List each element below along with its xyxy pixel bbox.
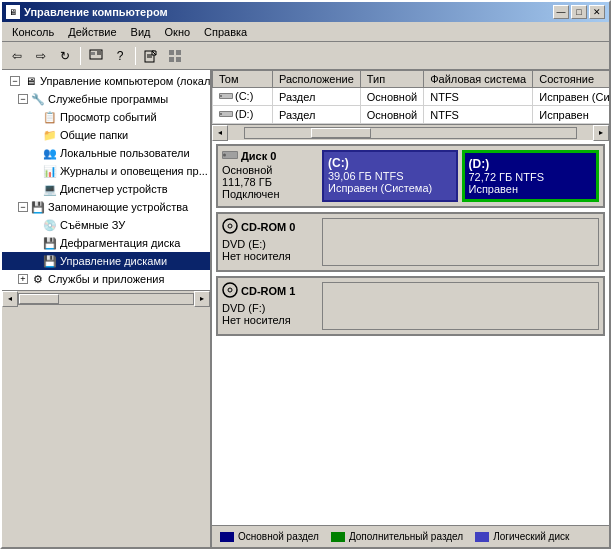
window-title: Управление компьютером	[24, 6, 168, 18]
svg-rect-13	[176, 57, 181, 62]
tree-item-storage[interactable]: − 💾 Запоминающие устройства	[2, 198, 210, 216]
tree-item-root[interactable]: − 🖥 Управление компьютером (локал...	[2, 72, 210, 90]
tree-item-disk-mgmt[interactable]: 💾 Управление дисками	[2, 252, 210, 270]
main-content: − 🖥 Управление компьютером (локал... − 🔧…	[2, 70, 609, 547]
hscroll-right[interactable]: ▸	[593, 125, 609, 141]
svg-rect-10	[169, 50, 174, 55]
cdrom1-type: DVD (F:)	[222, 302, 314, 314]
menu-help[interactable]: Справка	[198, 25, 253, 39]
col-status[interactable]: Состояние	[533, 71, 609, 88]
col-location[interactable]: Расположение	[273, 71, 361, 88]
disk-view: Диск 0 Основной 111,78 ГБ Подключен (C:)…	[212, 140, 609, 525]
toolbar-separator-1	[80, 47, 81, 65]
computer-icon: 🖥	[22, 73, 38, 89]
tree-panel: − 🖥 Управление компьютером (локал... − 🔧…	[2, 70, 212, 290]
svg-point-25	[223, 283, 237, 297]
svg-point-16	[220, 95, 222, 97]
cdrom1-title: CD-ROM 1	[241, 285, 295, 297]
maximize-button[interactable]: □	[571, 5, 587, 19]
menu-view[interactable]: Вид	[125, 25, 157, 39]
svg-point-22	[223, 154, 226, 157]
tree-panel-wrapper: − 🖥 Управление компьютером (локал... − 🔧…	[2, 70, 212, 547]
tree-item-local-users[interactable]: 👥 Локальные пользователи	[2, 144, 210, 162]
cell-fs: NTFS	[424, 88, 533, 106]
expand-storage[interactable]: −	[18, 202, 28, 212]
defrag-icon: 💾	[42, 235, 58, 251]
col-fs[interactable]: Файловая система	[424, 71, 533, 88]
tools-icon: 🔧	[30, 91, 46, 107]
col-type[interactable]: Тип	[360, 71, 423, 88]
help-button[interactable]: ?	[109, 45, 131, 67]
hscroll-left[interactable]: ◂	[212, 125, 228, 141]
left-hscroll: ◂ ▸	[2, 290, 210, 306]
hscroll-thumb[interactable]	[311, 128, 371, 138]
expand-services[interactable]: +	[18, 274, 28, 284]
menu-action[interactable]: Действие	[62, 25, 122, 39]
disk0-size: 111,78 ГБ	[222, 176, 314, 188]
view-button[interactable]	[164, 45, 186, 67]
disk-label-cdrom1: CD-ROM 1 DVD (F:) Нет носителя	[218, 278, 318, 334]
refresh-button[interactable]: ↻	[54, 45, 76, 67]
left-scroll-track[interactable]	[18, 293, 194, 305]
toolbar-separator-2	[135, 47, 136, 65]
svg-rect-4	[89, 60, 103, 62]
cell-type: Основной	[360, 88, 423, 106]
back-button[interactable]: ⇦	[6, 45, 28, 67]
disk-label-disk0: Диск 0 Основной 111,78 ГБ Подключен	[218, 146, 318, 206]
tree-item-defrag[interactable]: 💾 Дефрагментация диска	[2, 234, 210, 252]
partition-status-disk0-1: Исправен	[469, 183, 593, 195]
expand-root[interactable]: −	[10, 76, 20, 86]
partition-disk0-1[interactable]: (D:) 72,72 ГБ NTFS Исправен	[462, 150, 600, 202]
disk-entry-disk0: Диск 0 Основной 111,78 ГБ Подключен (C:)…	[216, 144, 605, 208]
folder-icon: 📁	[42, 127, 58, 143]
services-icon: ⚙	[30, 271, 46, 287]
storage-icon: 💾	[30, 199, 46, 215]
expand-system-tools[interactable]: −	[18, 94, 28, 104]
cdrom0-icon	[222, 218, 238, 236]
minimize-button[interactable]: —	[553, 5, 569, 19]
col-volume[interactable]: Том	[213, 71, 273, 88]
tree-item-services[interactable]: + ⚙ Службы и приложения	[2, 270, 210, 288]
tree-item-shared-folders[interactable]: 📁 Общие папки	[2, 126, 210, 144]
table-row[interactable]: (C:) Раздел Основной NTFS Исправен (Сист…	[213, 88, 610, 106]
partition-disk0-0[interactable]: (C:) 39,06 ГБ NTFS Исправен (Система)	[322, 150, 458, 202]
svg-point-23	[223, 219, 237, 233]
cdrom0-title: CD-ROM 0	[241, 221, 295, 233]
device-icon: 💻	[42, 181, 58, 197]
legend-extended: Дополнительный раздел	[331, 531, 463, 542]
disk-label-cdrom0: CD-ROM 0 DVD (E:) Нет носителя	[218, 214, 318, 270]
cell-status: Исправен	[533, 106, 609, 124]
tree-item-system-tools[interactable]: − 🔧 Служебные программы	[2, 90, 210, 108]
legend-logical: Логический диск	[475, 531, 569, 542]
disk-mgmt-icon: 💾	[42, 253, 58, 269]
cell-volume: (C:)	[213, 88, 273, 106]
forward-button[interactable]: ⇨	[30, 45, 52, 67]
table-row[interactable]: (D:) Раздел Основной NTFS Исправен	[213, 106, 610, 124]
tree-item-logs[interactable]: 📊 Журналы и оповещения пр...	[2, 162, 210, 180]
tree-item-event-viewer[interactable]: 📋 Просмотр событий	[2, 108, 210, 126]
title-bar: 🖥 Управление компьютером — □ ✕	[2, 2, 609, 22]
tree-item-device-manager[interactable]: 💻 Диспетчер устройств	[2, 180, 210, 198]
menu-console[interactable]: Консоль	[6, 25, 60, 39]
main-window: 🖥 Управление компьютером — □ ✕ Консоль Д…	[0, 0, 611, 549]
hscroll-track[interactable]	[244, 127, 577, 139]
menu-window[interactable]: Окно	[159, 25, 197, 39]
close-button[interactable]: ✕	[589, 5, 605, 19]
users-icon: 👥	[42, 145, 58, 161]
disk0-title: Диск 0	[241, 150, 276, 162]
properties-button[interactable]	[85, 45, 107, 67]
disk-partitions-disk0: (C:) 39,06 ГБ NTFS Исправен (Система) (D…	[318, 146, 603, 206]
svg-rect-12	[169, 57, 174, 62]
empty-cdrom1	[322, 282, 599, 330]
svg-point-24	[228, 224, 232, 228]
left-scroll-thumb[interactable]	[19, 294, 59, 304]
cell-status: Исправен (Систе...	[533, 88, 609, 106]
disk-entry-cdrom0: CD-ROM 0 DVD (E:) Нет носителя	[216, 212, 605, 272]
left-scroll-right[interactable]: ▸	[194, 291, 210, 307]
cdrom1-status: Нет носителя	[222, 314, 314, 326]
tree-item-removable[interactable]: 💿 Съёмные ЗУ	[2, 216, 210, 234]
disk-partitions-cdrom1	[318, 278, 603, 334]
left-scroll-left[interactable]: ◂	[2, 291, 18, 307]
export-button[interactable]	[140, 45, 162, 67]
legend-box-extended	[331, 532, 345, 542]
